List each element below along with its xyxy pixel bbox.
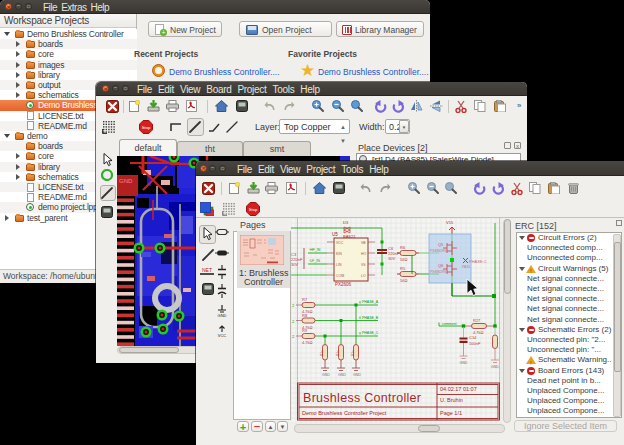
svg-text:KIN: KIN	[336, 252, 342, 256]
svg-text:Stop: Stop	[249, 207, 258, 212]
svg-text:COM: COM	[336, 274, 344, 278]
svg-text:GND: GND	[353, 373, 361, 377]
svg-text:VCC: VCC	[218, 333, 227, 338]
svg-text:R5: R5	[400, 266, 406, 271]
svg-text:Stop: Stop	[142, 125, 151, 130]
svg-text:56Ω: 56Ω	[400, 278, 407, 283]
svg-text:30V: 30V	[388, 256, 395, 261]
svg-text:Q6: Q6	[438, 263, 444, 268]
svg-text:R27: R27	[473, 318, 481, 323]
svg-text:PHASE_B: PHASE_B	[362, 316, 379, 320]
svg-text:C14: C14	[469, 335, 477, 340]
svg-text:R1x: R1x	[336, 350, 340, 356]
svg-text:R6: R6	[400, 245, 406, 250]
svg-text:56Ω: 56Ω	[400, 257, 407, 262]
svg-text:D3: D3	[343, 220, 349, 225]
svg-text:PX2606: PX2606	[335, 282, 352, 287]
svg-text:R1x: R1x	[351, 350, 355, 356]
svg-text:Demo Brushless Controller Proj: Demo Brushless Controller Project	[302, 410, 387, 416]
svg-text:PSMN2R6: PSMN2R6	[430, 249, 447, 253]
svg-text:GND: GND	[460, 361, 468, 365]
svg-text:4.7kΩ: 4.7kΩ	[302, 340, 313, 345]
svg-text:PHASE_C: PHASE_C	[362, 331, 379, 335]
svg-text:comment: comment	[442, 322, 456, 326]
svg-text:›HF_IN: ›HF_IN	[309, 248, 321, 252]
svg-text:GND: GND	[119, 178, 133, 184]
svg-text:U. Bruhin: U. Bruhin	[440, 397, 463, 403]
svg-text:.PA35: .PA35	[461, 265, 470, 269]
svg-text:VB: VB	[361, 241, 366, 245]
svg-text:GND: GND	[218, 313, 227, 318]
svg-text:LO: LO	[361, 274, 366, 278]
svg-text:V15: V15	[446, 220, 454, 225]
svg-text:PSMN2R6: PSMN2R6	[430, 270, 447, 274]
svg-text:Q5: Q5	[438, 242, 444, 247]
svg-text:Brushless Controller: Brushless Controller	[303, 391, 421, 405]
svg-text:04.02.17 01:07: 04.02.17 01:07	[440, 386, 477, 392]
svg-text:›LF_IN: ›LF_IN	[309, 259, 320, 263]
svg-text:R8: R8	[302, 313, 308, 318]
svg-text:NET: NET	[202, 267, 212, 273]
svg-text:30V: 30V	[291, 262, 298, 267]
svg-text:R9: R9	[302, 328, 308, 333]
svg-text:GND: GND	[491, 365, 499, 369]
svg-text:PHASE_A: PHASE_A	[362, 300, 379, 304]
svg-text:VCC: VCC	[336, 241, 344, 245]
svg-text:GND: GND	[322, 373, 330, 377]
svg-text:100nF: 100nF	[469, 341, 481, 346]
svg-text:PHASE.C: PHASE.C	[469, 259, 487, 264]
svg-text:R1x: R1x	[320, 350, 324, 356]
svg-text:R7: R7	[302, 297, 308, 302]
svg-text:VS: VS	[361, 263, 366, 267]
svg-text:U5: U5	[332, 232, 338, 237]
svg-text:LIN: LIN	[336, 263, 342, 267]
svg-text:Page 1/1: Page 1/1	[440, 410, 462, 416]
svg-text:GND: GND	[338, 373, 346, 377]
svg-text:HO: HO	[361, 252, 367, 256]
